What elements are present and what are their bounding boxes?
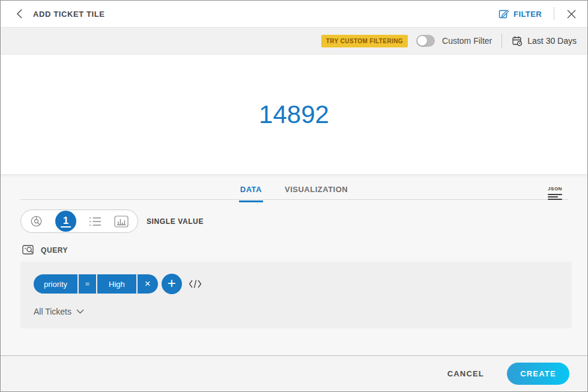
json-icon: JSON: [548, 186, 562, 191]
code-icon: [189, 279, 202, 289]
back-button[interactable]: [15, 8, 25, 19]
condition-value[interactable]: High: [97, 274, 136, 294]
visualization-picker: 1 SINGLE VALUE: [20, 210, 204, 233]
condition-operator[interactable]: =: [79, 274, 96, 294]
plus-icon: +: [168, 276, 176, 291]
query-section-header: QUERY: [22, 244, 68, 256]
dialog-footer: CANCEL CREATE: [1, 355, 587, 391]
query-icon: [22, 244, 35, 256]
query-builder: priority = High × + All Tickets: [20, 262, 572, 328]
custom-filter-label: Custom Filter: [442, 36, 492, 46]
code-view-button[interactable]: [189, 279, 202, 289]
close-button[interactable]: [566, 9, 577, 19]
custom-filter-toggle[interactable]: [416, 35, 435, 47]
header-divider: [554, 7, 554, 20]
json-icon-line: [548, 199, 562, 200]
query-section-label: QUERY: [41, 246, 68, 255]
condition-field[interactable]: priority: [34, 274, 77, 294]
toggle-knob: [417, 36, 427, 46]
cancel-button[interactable]: CANCEL: [447, 369, 484, 378]
add-ticket-tile-dialog: ADD TICKET TILE FILTER TRY CUSTOM FILT: [0, 0, 588, 392]
dialog-title: ADD TICKET TILE: [33, 10, 105, 19]
selected-visualization-label: SINGLE VALUE: [147, 217, 204, 226]
list-icon[interactable]: [89, 216, 102, 227]
tile-preview: 14892: [1, 55, 587, 174]
json-icon-line: [548, 196, 558, 198]
dialog-header: ADD TICKET TILE FILTER: [1, 1, 587, 28]
json-view-button[interactable]: JSON: [548, 182, 562, 200]
close-icon: [566, 9, 577, 19]
chevron-left-icon: [15, 8, 25, 19]
single-value-icon: 1: [61, 216, 71, 228]
ticket-scope-label: All Tickets: [34, 307, 71, 316]
preview-value: 14892: [259, 100, 329, 129]
single-value-option-selected[interactable]: 1: [55, 211, 76, 232]
bar-chart-icon[interactable]: [114, 216, 129, 228]
date-range-selector[interactable]: Last 30 Days: [512, 35, 577, 47]
config-panel: DATA VISUALIZATION JSON 1: [1, 174, 587, 357]
json-icon-line: [548, 194, 562, 195]
donut-chart-icon[interactable]: [30, 215, 43, 228]
filter-bar-divider: [502, 34, 502, 48]
date-range-label: Last 30 Days: [527, 36, 577, 46]
query-chips-row: priority = High × +: [34, 274, 559, 294]
edit-filter-icon: [499, 8, 509, 19]
filter-button-label: FILTER: [514, 10, 542, 19]
visualization-picker-pill: 1: [20, 210, 138, 233]
ticket-scope-dropdown[interactable]: All Tickets: [34, 307, 559, 316]
add-condition-button[interactable]: +: [162, 274, 182, 294]
create-button[interactable]: CREATE: [507, 363, 569, 385]
query-condition-chip: priority = High ×: [34, 274, 158, 294]
filter-bar: TRY CUSTOM FILTERING Custom Filter Last …: [1, 28, 587, 55]
try-custom-filtering-badge: TRY CUSTOM FILTERING: [321, 35, 408, 47]
filter-button[interactable]: FILTER: [499, 8, 542, 19]
tabs-hairline: [20, 199, 568, 200]
remove-icon: ×: [145, 279, 151, 289]
chevron-down-icon: [76, 309, 84, 314]
calendar-clock-icon: [512, 35, 523, 47]
remove-condition-button[interactable]: ×: [138, 274, 158, 294]
